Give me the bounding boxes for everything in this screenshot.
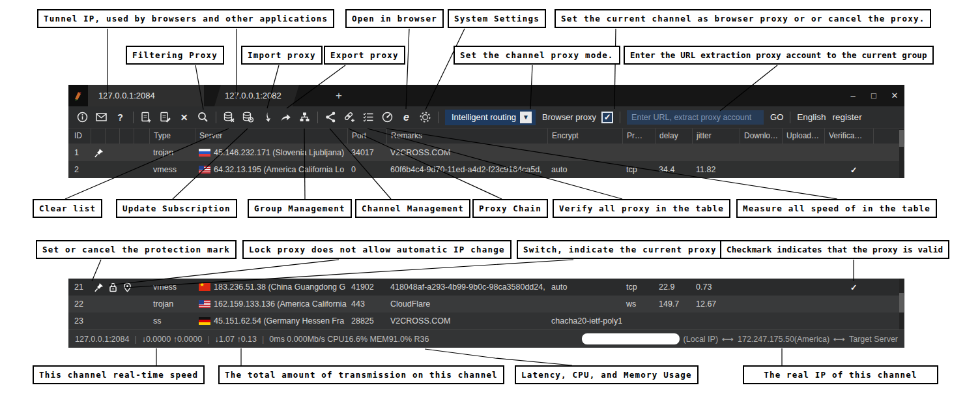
chevron-down-icon[interactable]: ▼ (520, 112, 532, 123)
callout-switch-current: Switch, indicate the current proxy (517, 240, 723, 259)
export-proxy-icon[interactable] (280, 111, 292, 123)
cell-type: vmess (149, 161, 195, 178)
cell-type: trojan (149, 296, 195, 312)
delete-icon[interactable]: ✕ (178, 111, 190, 123)
scrollbar[interactable] (899, 279, 904, 329)
table-row[interactable]: 2 vmess 64.32.13.195 (America California… (68, 161, 904, 178)
real-ip-value: 172.247.175.50(America) (738, 335, 829, 344)
table-row[interactable]: 23 ss 45.151.62.54 (Germany Hessen Fra 2… (68, 312, 904, 329)
callout-set-browser-proxy: Set the current channel as browser proxy… (555, 9, 931, 28)
tab-channel-2082[interactable]: 127.0.0.1:2082 (214, 85, 299, 106)
verified-check-icon: ✓ (824, 279, 873, 296)
pin-icon[interactable] (91, 144, 105, 161)
cell-remarks: 418048af-a293-4b99-9b0c-98ca3580dd24, (386, 279, 547, 296)
table-row[interactable]: 21 vmess 183.236.51.38 (China Guangdong … (68, 279, 904, 296)
filter-search-icon[interactable] (197, 111, 209, 123)
callout-real-ip: The real IP of this channel (743, 365, 938, 384)
cell-server: 162.159.133.136 (America California (195, 296, 347, 312)
swap-arrow-icon: ⟷ (833, 334, 845, 344)
titlebar: 127.0.0.1:2084 127.0.0.1:2082 + – □ ✕ (68, 85, 904, 106)
table-header: ID Type Server Port Remarks Encrypt Pr… … (68, 129, 904, 144)
table-row[interactable]: 1 trojan 45.146.232.171 (Slovenia Ljublj… (68, 144, 904, 161)
col-port[interactable]: Port (347, 129, 386, 144)
register-button[interactable]: register (833, 112, 862, 122)
close-button[interactable]: ✕ (889, 91, 901, 100)
speed-test-icon[interactable] (381, 111, 394, 123)
cell-remarks: CloudFlare (386, 296, 547, 312)
col-remarks[interactable]: Remarks (386, 129, 547, 144)
edit-server-icon[interactable] (159, 111, 171, 123)
app-icon (68, 85, 88, 106)
callout-verify-all: Verify all proxy in the table (553, 199, 730, 218)
local-ip-label: (Local IP) (684, 335, 719, 344)
maximize-button[interactable]: □ (868, 91, 880, 100)
new-tab-button[interactable]: + (330, 85, 347, 106)
callout-import-proxy: Import proxy (241, 46, 323, 65)
minimize-button[interactable]: – (847, 91, 859, 100)
info-icon[interactable] (76, 111, 89, 123)
scrollbar[interactable] (899, 129, 904, 178)
routing-mode-select[interactable]: Intelligent routing ▼ (445, 110, 536, 125)
cell-id: 2 (68, 161, 91, 178)
update-subscription-icon[interactable] (242, 111, 254, 123)
separator (438, 112, 439, 123)
annotated-screenshot: Tunnel IP, used by browsers and other ap… (0, 0, 980, 396)
channel-management-icon[interactable] (324, 111, 337, 123)
import-proxy-icon[interactable] (261, 111, 273, 123)
cell-remarks: V2CROSS.COM (386, 312, 547, 329)
status-latency-cpu-mem: 0ms 0.000Mb/s CPU16.6% MEM91.0% R36 (269, 335, 429, 344)
cell-type: vmess (149, 279, 195, 296)
col-jitter[interactable]: jitter (692, 129, 740, 144)
callout-realtime-speed: This channel real-time speed (33, 365, 205, 384)
proxy-chain-icon[interactable] (343, 111, 356, 123)
col-server[interactable]: Server (195, 129, 347, 144)
verified-check-icon: ✓ (824, 161, 873, 178)
callout-clear-list: Clear list (33, 199, 102, 218)
lock-icon[interactable] (105, 279, 119, 296)
cell-remarks: 60f6b4c4-9d70-11ed-a4d2-f23c9164ca5d, (386, 161, 547, 178)
tab-channel-2084[interactable]: 127.0.0.1:2084 (88, 85, 204, 106)
separator (620, 112, 620, 123)
callout-system-settings: System Settings (448, 9, 546, 28)
callout-enter-url: Enter the URL extraction proxy account t… (624, 46, 934, 65)
url-input[interactable] (627, 110, 764, 125)
status-total-transfer: ↓1.07 ↑0.13 (214, 335, 257, 344)
separator (790, 112, 790, 123)
col-download[interactable]: Downlo… (740, 129, 782, 144)
cell-port: 41902 (347, 279, 386, 296)
verify-all-icon[interactable] (362, 111, 375, 123)
col-upload[interactable]: Upload… (782, 129, 824, 144)
col-verification[interactable]: Verifica… (824, 129, 873, 144)
flag-usa-icon (199, 166, 210, 174)
cell-port: 0 (347, 161, 386, 178)
pin-icon[interactable] (91, 279, 105, 296)
callout-open-in-browser: Open in browser (345, 9, 444, 28)
add-server-icon[interactable] (140, 111, 152, 123)
current-proxy-indicator-icon[interactable] (119, 279, 134, 296)
status-bar: 127.0.0.1:2084 | ↓0.0000 ↑0.0000 | ↓1.07… (68, 329, 904, 348)
clear-list-icon[interactable] (223, 111, 235, 123)
cell-remarks: V2CROSS.COM (386, 144, 547, 161)
open-in-browser-icon[interactable]: e (400, 111, 412, 123)
browser-proxy-checkbox[interactable]: ✓ (601, 112, 613, 123)
tab-label: 127.0.0.1:2082 (225, 91, 281, 100)
col-encrypt[interactable]: Encrypt (547, 129, 622, 144)
mail-icon[interactable] (95, 111, 108, 123)
system-settings-icon[interactable] (419, 111, 431, 123)
help-icon[interactable]: ? (114, 111, 126, 123)
col-id[interactable]: ID (68, 129, 91, 144)
cell-server: 45.151.62.54 (Germany Hessen Fra (195, 312, 347, 329)
callout-channel-management: Channel Management (355, 199, 470, 218)
callout-group-management: Group Management (248, 199, 352, 218)
col-delay[interactable]: delay (655, 129, 692, 144)
flag-china-icon (199, 283, 210, 291)
cell-id: 23 (68, 312, 91, 329)
group-management-icon[interactable] (298, 111, 311, 123)
tab-label: 127.0.0.1:2084 (98, 91, 155, 100)
col-protocol[interactable]: Pr… (622, 129, 655, 144)
col-type[interactable]: Type (149, 129, 195, 144)
callout-update-subscription: Update Subscription (116, 199, 237, 218)
go-button[interactable]: GO (770, 112, 783, 122)
table-row[interactable]: 22 trojan 162.159.133.136 (America Calif… (68, 296, 904, 312)
language-button[interactable]: English (797, 112, 826, 122)
